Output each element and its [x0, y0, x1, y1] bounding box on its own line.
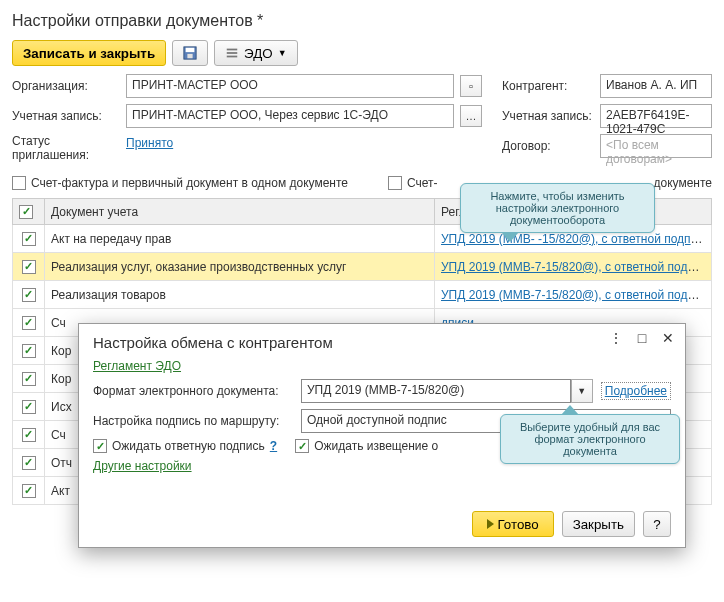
other-settings-link[interactable]: Другие настройки	[93, 459, 192, 473]
dialog-close-btn[interactable]: Закрыть	[562, 511, 635, 537]
chevron-down-icon: ▼	[278, 48, 287, 58]
dialog-help-button[interactable]: ?	[643, 511, 671, 537]
row-check-icon[interactable]	[22, 428, 36, 442]
dialog-close-button[interactable]: ✕	[659, 330, 677, 346]
open-icon: ▫	[469, 80, 473, 92]
status-label: Статусприглашения:	[12, 134, 120, 162]
play-icon	[487, 519, 494, 529]
row-check-icon[interactable]	[22, 400, 36, 414]
checkbox-icon	[295, 439, 309, 453]
route-label: Настройка подпись по маршруту:	[93, 414, 293, 428]
acct-r-input[interactable]: 2AEB7F6419E-1021-479C	[600, 104, 712, 128]
table-row[interactable]: Реализация услуг, оказание производствен…	[13, 253, 712, 281]
list-icon	[225, 46, 239, 60]
row-doc-cell: Акт на передачу прав	[45, 225, 435, 253]
org-input[interactable]: ПРИНТ-МАСТЕР ООО	[126, 74, 454, 98]
ellipsis-icon: …	[466, 110, 477, 122]
cb2-label: Счет-	[407, 176, 438, 190]
row-check-icon[interactable]	[22, 288, 36, 302]
help-icon[interactable]: ?	[270, 439, 277, 453]
acct-input[interactable]: ПРИНТ-МАСТЕР ООО, Через сервис 1С-ЭДО	[126, 104, 454, 128]
save-button[interactable]	[172, 40, 208, 66]
row-check-icon[interactable]	[22, 260, 36, 274]
wait-notice-checkbox[interactable]: Ожидать извещение о	[295, 439, 438, 453]
svg-rect-5	[227, 56, 238, 58]
row-check-icon[interactable]	[22, 232, 36, 246]
reglament-link[interactable]: УПД 2019 (ММВ-7-15/820@), с ответной под…	[441, 288, 712, 302]
org-open-button[interactable]: ▫	[460, 75, 482, 97]
row-check-icon[interactable]	[22, 316, 36, 330]
dialog-title: Настройка обмена с контрагентом	[93, 334, 671, 351]
chevron-down-icon: ▼	[577, 386, 586, 396]
contr-label: Контрагент:	[502, 79, 594, 93]
contr-input[interactable]: Иванов А. А. ИП	[600, 74, 712, 98]
reglament-link[interactable]: УПД 2019 (ММВ-7-15/820@), с ответной под…	[441, 260, 712, 274]
ready-button[interactable]: Готово	[472, 511, 554, 537]
checkbox-icon	[12, 176, 26, 190]
table-row[interactable]: Реализация товаровУПД 2019 (ММВ-7-15/820…	[13, 281, 712, 309]
dialog-menu-button[interactable]: ⋮	[607, 330, 625, 346]
format-input[interactable]: УПД 2019 (ММВ-7-15/820@)	[301, 379, 571, 403]
dog-input[interactable]: <По всем договорам>	[600, 134, 712, 158]
checkbox-icon	[93, 439, 107, 453]
save-close-button[interactable]: Записать и закрыть	[12, 40, 166, 66]
acct-label: Учетная запись:	[12, 109, 120, 123]
svg-rect-3	[227, 49, 238, 51]
wait-notice-label: Ожидать извещение о	[314, 439, 438, 453]
row-doc-cell: Реализация услуг, оказание производствен…	[45, 253, 435, 281]
header-check-icon[interactable]	[19, 205, 33, 219]
acct-r-label: Учетная запись:	[502, 109, 594, 123]
row-check-icon[interactable]	[22, 456, 36, 470]
reglament-link[interactable]: Регламент ЭДО	[93, 359, 181, 373]
format-dropdown-button[interactable]: ▼	[571, 379, 593, 403]
row-reg-cell: УПД 2019 (ММВ-7-15/820@), с ответной под…	[435, 253, 712, 281]
dialog-max-button[interactable]: □	[633, 330, 651, 346]
more-link[interactable]: Подробнее	[601, 382, 671, 400]
ready-label: Готово	[498, 517, 539, 532]
col-doc-header[interactable]: Документ учета	[45, 199, 435, 225]
cb2-suffix: документе	[653, 176, 712, 198]
row-reg-cell: УПД 2019 (ММВ-7-15/820@), с ответной под…	[435, 281, 712, 309]
svg-rect-1	[186, 48, 195, 52]
status-link[interactable]: Принято	[126, 136, 173, 150]
edo-label: ЭДО	[244, 46, 273, 61]
row-check-icon[interactable]	[22, 484, 36, 498]
svg-rect-2	[187, 54, 192, 58]
reglament-link[interactable]: УПД 2019 (ММВ- -15/820@), с ответной под…	[441, 232, 712, 246]
wait-sign-label: Ожидать ответную подпись	[112, 439, 265, 453]
row-check-icon[interactable]	[22, 372, 36, 386]
checkbox-icon	[388, 176, 402, 190]
acct-pick-button[interactable]: …	[460, 105, 482, 127]
one-doc-checkbox[interactable]: Счет-фактура и первичный документ в одно…	[12, 176, 348, 190]
edo-menu-button[interactable]: ЭДО▼	[214, 40, 297, 66]
cb2-checkbox[interactable]: Счет-	[388, 176, 438, 190]
format-label: Формат электронного документа:	[93, 384, 293, 398]
callout-edit-settings: Нажмите, чтобы изменить настройки электр…	[460, 183, 655, 233]
row-check-icon[interactable]	[22, 344, 36, 358]
callout-choose-format: Выберите удобный для вас формат электрон…	[500, 414, 680, 464]
org-label: Организация:	[12, 79, 120, 93]
wait-sign-checkbox[interactable]: Ожидать ответную подпись ?	[93, 439, 277, 453]
diskette-icon	[183, 46, 197, 60]
one-doc-label: Счет-фактура и первичный документ в одно…	[31, 176, 348, 190]
dog-label: Договор:	[502, 139, 594, 153]
svg-rect-4	[227, 52, 238, 54]
page-title: Настройки отправки документов *	[12, 12, 712, 30]
row-doc-cell: Реализация товаров	[45, 281, 435, 309]
